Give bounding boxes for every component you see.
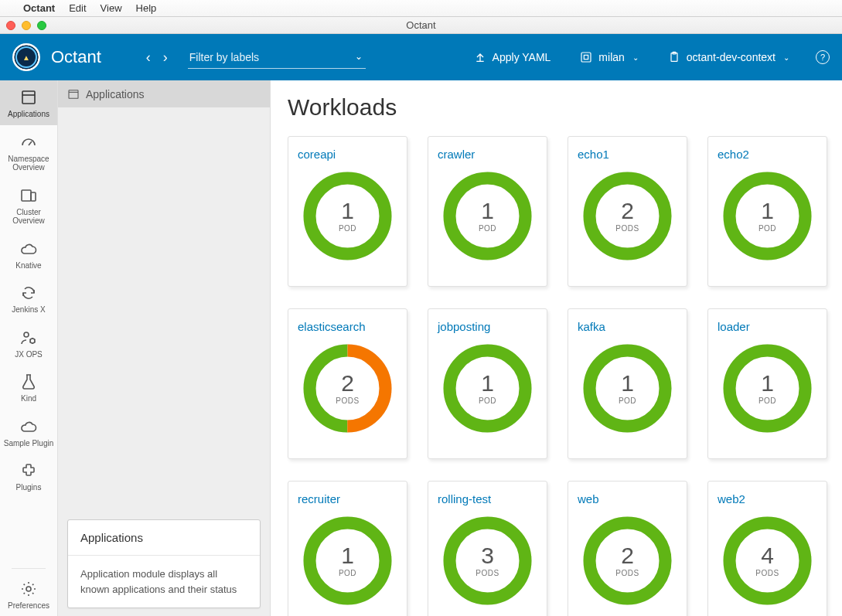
sidebar-item-knative[interactable]: Knative: [0, 232, 57, 277]
sec-panel-row-applications[interactable]: Applications: [58, 80, 270, 107]
pod-unit: PODS: [615, 224, 639, 233]
apply-yaml-button[interactable]: Apply YAML: [465, 46, 561, 68]
mac-menu-app[interactable]: Octant: [23, 2, 55, 14]
nav-arrows: ‹ ›: [143, 46, 171, 69]
pod-count: 4: [761, 544, 774, 567]
flask-icon: [19, 373, 38, 391]
workload-title-link[interactable]: jobposting: [438, 320, 490, 333]
close-window-button[interactable]: [6, 21, 15, 30]
apply-yaml-label: Apply YAML: [493, 51, 551, 63]
workload-card: crawler 1 POD: [428, 136, 547, 287]
sidebar-item-namespace-overview[interactable]: Namespace Overview: [0, 125, 57, 179]
sidebar-item-label: Jenkins X: [12, 305, 45, 315]
nav-forward-button[interactable]: ›: [160, 46, 171, 69]
sidebar-item-label: Cluster Overview: [2, 208, 56, 226]
workload-title-link[interactable]: kafka: [578, 320, 605, 333]
filter-labels-input[interactable]: [188, 46, 366, 69]
workload-title-link[interactable]: rolling-test: [438, 492, 491, 505]
sidebar-item-plugins[interactable]: Plugins: [0, 454, 57, 499]
svg-rect-6: [31, 192, 36, 201]
pod-donut: 1 POD: [443, 344, 532, 433]
workload-title-link[interactable]: web: [578, 492, 599, 505]
chevron-down-icon: ⌄: [783, 53, 789, 62]
workload-card: echo1 2 PODS: [568, 136, 687, 287]
nav-back-button[interactable]: ‹: [143, 46, 154, 69]
pod-unit: POD: [619, 396, 636, 405]
pod-count: 2: [621, 199, 634, 223]
workload-title-link[interactable]: echo1: [578, 148, 609, 161]
page-title: Workloads: [288, 94, 825, 121]
chevron-down-icon[interactable]: ⌄: [355, 51, 363, 62]
pod-count: 1: [761, 199, 774, 223]
sidebar-item-label: Preferences: [8, 601, 49, 611]
sidebar-item-preferences[interactable]: Preferences: [0, 572, 57, 617]
pod-unit: POD: [479, 224, 496, 233]
workload-card: loader 1 POD: [707, 308, 827, 459]
sidebar-item-jx-ops[interactable]: JX OPS: [0, 321, 57, 366]
pod-unit: PODS: [755, 569, 779, 577]
sidebar-item-kind[interactable]: Kind: [0, 365, 57, 410]
traffic-lights: [6, 21, 46, 30]
workload-title-link[interactable]: loader: [718, 320, 750, 333]
pod-donut: 2 PODS: [583, 516, 672, 605]
workload-card: kafka 1 POD: [568, 308, 687, 459]
cloud-icon: [19, 240, 38, 258]
workload-card: elasticsearch 2 PODS: [288, 308, 407, 459]
pod-unit: POD: [339, 224, 356, 233]
sidebar-item-label: Applications: [8, 110, 49, 119]
help-button[interactable]: ?: [816, 50, 830, 64]
workload-title-link[interactable]: web2: [718, 492, 745, 505]
workload-card: web 2 PODS: [568, 481, 687, 616]
zoom-window-button[interactable]: [37, 21, 46, 30]
svg-rect-10: [69, 90, 78, 98]
pod-unit: PODS: [336, 396, 359, 405]
pod-donut: 1 POD: [723, 172, 812, 260]
sidebar-item-label: Plugins: [16, 483, 42, 492]
workload-title-link[interactable]: recruiter: [298, 492, 340, 505]
filter-wrap: ⌄: [188, 46, 366, 69]
pod-count: 3: [481, 544, 494, 567]
sidebar-item-sample-plugin[interactable]: Sample Plugin: [0, 410, 57, 454]
minimize-window-button[interactable]: [22, 21, 31, 30]
mac-menu-view[interactable]: View: [101, 2, 122, 14]
app-header: Octant ‹ › ⌄ Apply YAML milan ⌄ octant-d…: [0, 34, 842, 80]
mac-menu-help[interactable]: Help: [136, 2, 157, 14]
namespace-label: milan: [598, 51, 624, 63]
chevron-down-icon: ⌄: [632, 53, 639, 62]
pod-count: 1: [481, 372, 494, 395]
info-card-title: Applications: [80, 531, 247, 544]
sidebar-item-cluster-overview[interactable]: Cluster Overview: [0, 179, 57, 232]
namespace-selector[interactable]: milan ⌄: [571, 46, 647, 68]
sidebar-item-label: Namespace Overview: [2, 155, 56, 172]
workload-title-link[interactable]: crawler: [438, 148, 475, 161]
svg-point-7: [24, 332, 29, 337]
workload-card: rolling-test 3 PODS: [428, 481, 547, 616]
sidebar: Applications Namespace Overview Cluster …: [0, 80, 58, 616]
window-icon: [67, 88, 80, 100]
context-selector[interactable]: octant-dev-context ⌄: [659, 46, 799, 68]
sidebar-item-label: Kind: [21, 394, 36, 403]
pod-unit: PODS: [476, 569, 499, 577]
app-brand: Octant: [51, 47, 101, 67]
workload-title-link[interactable]: elasticsearch: [298, 320, 366, 333]
pod-count: 1: [481, 199, 494, 223]
window-title: Octant: [406, 19, 435, 31]
pod-count: 2: [621, 544, 634, 567]
main-content: Workloads coreapi 1 POD crawler 1 POD: [271, 80, 842, 616]
workload-card: recruiter 1 POD: [288, 481, 407, 616]
namespace-icon: [580, 51, 592, 63]
mac-menu-edit[interactable]: Edit: [69, 2, 86, 14]
workload-title-link[interactable]: echo2: [718, 148, 749, 161]
window-icon: [19, 88, 38, 107]
pod-unit: POD: [339, 569, 356, 577]
pod-donut: 1 POD: [583, 344, 672, 433]
sidebar-item-applications[interactable]: Applications: [0, 80, 57, 125]
app-logo-icon: [12, 43, 40, 71]
svg-rect-5: [22, 190, 31, 201]
info-card-body: Application module displays all known ap…: [80, 567, 247, 597]
sidebar-item-jenkins-x[interactable]: Jenkins X: [0, 276, 57, 321]
pod-donut: 1 POD: [303, 172, 392, 260]
pod-donut: 1 POD: [723, 344, 812, 433]
workload-title-link[interactable]: coreapi: [298, 148, 336, 161]
pod-count: 2: [341, 372, 354, 395]
